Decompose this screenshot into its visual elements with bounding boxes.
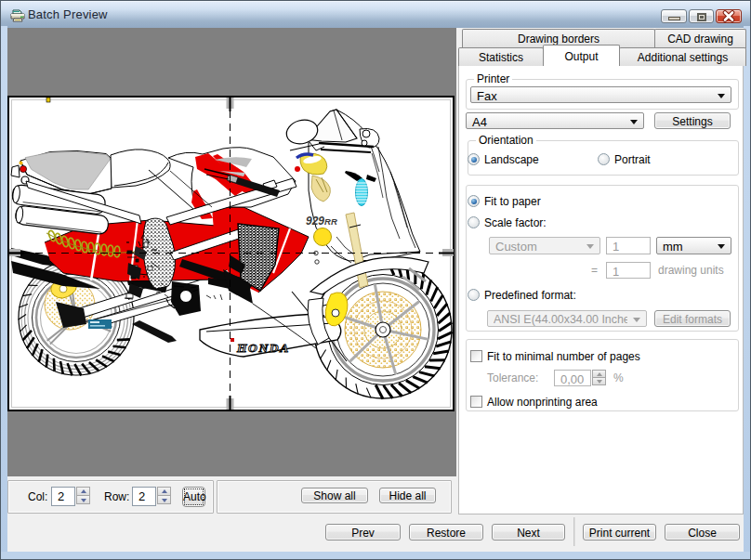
svg-text:HONDA: HONDA (236, 341, 290, 355)
svg-text:929RR: 929RR (306, 215, 337, 228)
